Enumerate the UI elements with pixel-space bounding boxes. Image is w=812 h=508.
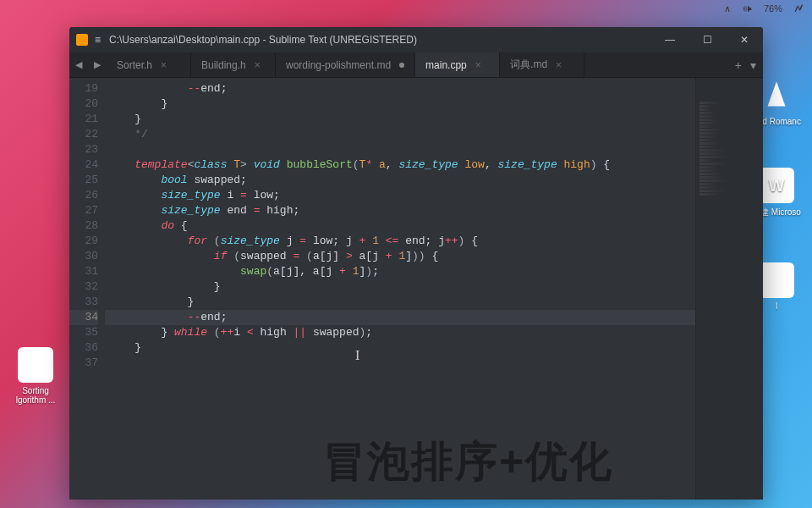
code-line[interactable]: }	[105, 279, 695, 295]
tab-label: 词典.md	[510, 58, 547, 72]
tab-wording-polishment-md[interactable]: wording-polishment.md	[276, 52, 415, 77]
tab-close-icon[interactable]: ×	[475, 59, 481, 71]
code-line[interactable]: }	[105, 97, 695, 112]
tray-arrow-icon[interactable]: ∧	[724, 3, 731, 14]
line-number: 24	[69, 157, 98, 173]
code-line[interactable]: size_type i = low;	[105, 188, 695, 203]
code-line[interactable]: bool swapped;	[105, 173, 695, 188]
system-tray: ∧ 🕪 76% 🗲	[716, 0, 812, 17]
tab-label: Sorter.h	[117, 59, 152, 71]
vlc-icon	[759, 78, 794, 113]
tab-sorter-h[interactable]: Sorter.h×	[107, 52, 191, 77]
line-number: 33	[69, 295, 98, 310]
hamburger-menu-icon[interactable]: ≡	[95, 34, 101, 46]
battery-label: 76%	[764, 3, 782, 14]
window-title: C:\Users\anzai\Desktop\main.cpp - Sublim…	[109, 34, 651, 46]
maximize-button[interactable]: ☐	[689, 27, 726, 52]
tab-close-icon[interactable]: ×	[255, 59, 261, 71]
line-number: 34	[69, 310, 98, 325]
code-line[interactable]	[105, 356, 695, 371]
code-line[interactable]: for (size_type j = low; j + 1 <= end; j+…	[105, 234, 695, 249]
line-number: 29	[69, 234, 98, 249]
line-number: 26	[69, 188, 98, 203]
line-number: 22	[69, 127, 98, 142]
tab-menu-button[interactable]: ▾	[750, 58, 756, 72]
code-line[interactable]: template<class T> void bubbleSort(T* a, …	[105, 157, 695, 173]
sublime-logo-icon	[76, 34, 88, 46]
code-line[interactable]: size_type end = high;	[105, 203, 695, 218]
close-button[interactable]: ✕	[726, 27, 763, 52]
code-line[interactable]: }	[105, 340, 695, 356]
titlebar[interactable]: ≡ C:\Users\anzai\Desktop\main.cpp - Subl…	[69, 27, 763, 52]
line-number: 21	[69, 112, 98, 127]
minimap[interactable]	[695, 78, 763, 500]
nav-forward-button[interactable]: ▶	[88, 52, 107, 77]
file-icon	[18, 347, 53, 383]
overlay-caption: 冒泡排序+优化	[323, 433, 613, 490]
line-number: 28	[69, 218, 98, 234]
line-number: 23	[69, 142, 98, 157]
line-number: 19	[69, 81, 98, 97]
tab-close-icon[interactable]: ×	[556, 59, 562, 71]
tab-dirty-dot-icon[interactable]	[399, 63, 404, 68]
tab-label: Building.h	[201, 59, 246, 71]
desktop-icon-label: l	[776, 301, 777, 311]
text-cursor-icon: I	[355, 348, 359, 363]
tab-main-cpp[interactable]: main.cpp×	[415, 52, 500, 77]
line-number: 31	[69, 264, 98, 279]
code-line[interactable]: } while (++i < high || swapped);	[105, 325, 695, 340]
tab-building-h[interactable]: Building.h×	[191, 52, 276, 77]
line-number: 36	[69, 340, 98, 356]
code-line[interactable]	[105, 142, 695, 157]
line-number: 35	[69, 325, 98, 340]
desktop-icon-sorting[interactable]: Sorting lgorithm ...	[10, 347, 61, 405]
line-number: 32	[69, 279, 98, 295]
nav-back-button[interactable]: ◀	[69, 52, 88, 77]
new-tab-button[interactable]: +	[735, 58, 742, 72]
desktop-icon-label: Sorting lgorithm ...	[16, 386, 56, 405]
tab-label: wording-polishment.md	[286, 59, 391, 71]
sublime-window: ≡ C:\Users\anzai\Desktop\main.cpp - Subl…	[69, 27, 763, 500]
line-number: 37	[69, 356, 98, 371]
minimize-button[interactable]: —	[651, 27, 689, 52]
code-line[interactable]: do {	[105, 218, 695, 234]
code-line[interactable]: }	[105, 295, 695, 310]
code-line[interactable]: if (swapped = (a[j] > a[j + 1])) {	[105, 249, 695, 264]
code-line[interactable]: --end;	[105, 81, 695, 97]
line-number: 20	[69, 97, 98, 112]
line-number: 27	[69, 203, 98, 218]
tab----md[interactable]: 词典.md×	[500, 52, 584, 77]
volume-icon[interactable]: 🕪	[743, 3, 752, 14]
tab-label: main.cpp	[425, 59, 467, 71]
code-line[interactable]: }	[105, 112, 695, 127]
file-icon	[759, 262, 794, 298]
word-icon: W	[759, 168, 794, 203]
line-number: 25	[69, 173, 98, 188]
line-number: 30	[69, 249, 98, 264]
code-line[interactable]: */	[105, 127, 695, 142]
power-icon[interactable]: 🗲	[794, 3, 804, 14]
tab-bar: ◀ ▶ Sorter.h×Building.h×wording-polishme…	[69, 52, 763, 78]
code-line[interactable]: --end;	[105, 310, 695, 325]
editor-area[interactable]: 19202122232425262728293031323334353637 -…	[69, 78, 763, 500]
line-gutter: 19202122232425262728293031323334353637	[69, 78, 105, 500]
tab-close-icon[interactable]: ×	[161, 59, 167, 71]
code-line[interactable]: swap(a[j], a[j + 1]);	[105, 264, 695, 279]
